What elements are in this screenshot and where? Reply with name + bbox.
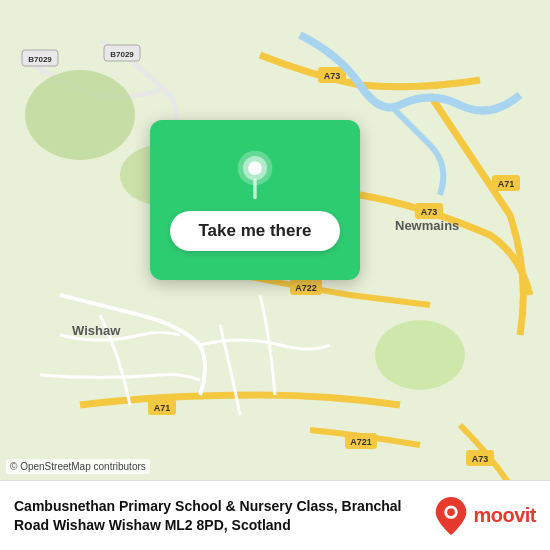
svg-point-20: [25, 70, 135, 160]
svg-text:B7029: B7029: [110, 50, 134, 59]
location-pin-icon: [229, 149, 281, 201]
svg-text:A71: A71: [498, 179, 515, 189]
svg-text:A73: A73: [421, 207, 438, 217]
school-name: Cambusnethan Primary School & Nursery Cl…: [14, 497, 423, 533]
svg-text:B7029: B7029: [28, 55, 52, 64]
svg-point-19: [375, 320, 465, 390]
map-container: A73 A71 A73 A722 A71 A721 A73 B7029 B702…: [0, 0, 550, 550]
svg-text:A73: A73: [324, 71, 341, 81]
svg-text:A721: A721: [350, 437, 372, 447]
svg-text:A73: A73: [472, 454, 489, 464]
svg-point-28: [448, 508, 456, 516]
svg-point-26: [248, 161, 262, 175]
svg-text:Newmains: Newmains: [395, 218, 459, 233]
school-info: Cambusnethan Primary School & Nursery Cl…: [14, 497, 433, 533]
moovit-brand-text: moovit: [473, 504, 536, 527]
bottom-bar: Cambusnethan Primary School & Nursery Cl…: [0, 480, 550, 550]
copyright-text: © OpenStreetMap contributors: [6, 459, 150, 474]
svg-text:A722: A722: [295, 283, 317, 293]
moovit-pin-icon: [433, 495, 469, 537]
location-card: Take me there: [150, 120, 360, 280]
svg-text:A71: A71: [154, 403, 171, 413]
svg-text:Wishaw: Wishaw: [72, 323, 121, 338]
moovit-logo: moovit: [433, 495, 536, 537]
take-me-there-button[interactable]: Take me there: [170, 211, 339, 251]
